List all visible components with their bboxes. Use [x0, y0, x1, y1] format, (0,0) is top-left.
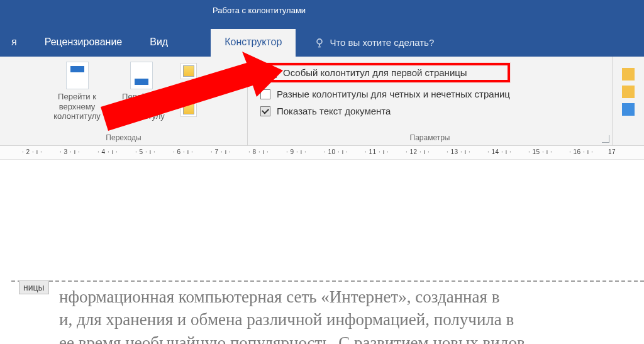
tab-view[interactable]: Вид	[136, 29, 182, 57]
goto-header-label: Перейти к верхнему колонтитулу	[47, 92, 108, 121]
goto-header-button[interactable]: Перейти к верхнему колонтитулу	[47, 59, 108, 121]
link-previous-button[interactable]	[180, 101, 197, 117]
checkbox-icon	[260, 106, 270, 116]
tell-me-search[interactable]: Что вы хотите сделать?	[296, 37, 443, 57]
nav-small-buttons	[175, 59, 201, 117]
horizontal-ruler[interactable]: · 2 · ı · · 3 · ı · · 4 · ı · · 5 · ı · …	[0, 146, 644, 160]
lightbulb-icon	[314, 38, 325, 48]
tab-partial-left[interactable]: я	[11, 29, 31, 57]
group-transitions-label: Переходы	[4, 131, 243, 144]
header-tag[interactable]: ницы	[19, 280, 49, 294]
position-from-top-button[interactable]	[622, 68, 635, 80]
header-icon	[66, 62, 89, 89]
next-section-button[interactable]	[180, 82, 197, 98]
checkbox-icon	[260, 89, 270, 99]
page[interactable]: ницы нформационная компьютерная сеть «Ин…	[11, 190, 644, 344]
option-show-document-text-label: Показать текст документа	[277, 106, 391, 116]
header-boundary-line	[11, 280, 644, 282]
tab-review[interactable]: Рецензирование	[31, 29, 136, 57]
option-different-odd-even-label: Разные колонтитулы для четных и нечетных…	[277, 89, 510, 99]
group-parameters-label: Параметры	[252, 131, 608, 144]
insert-alignment-tab-button[interactable]	[622, 103, 635, 116]
option-different-odd-even[interactable]: Разные колонтитулы для четных и нечетных…	[260, 89, 510, 99]
document-canvas: ницы нформационная компьютерная сеть «Ин…	[0, 160, 644, 344]
prev-section-button[interactable]	[180, 63, 197, 79]
checkbox-icon	[267, 68, 277, 78]
contextual-title-bar: Работа с колонтитулами	[0, 0, 644, 20]
tell-me-label: Что вы хотите сделать?	[330, 37, 434, 48]
contextual-title: Работа с колонтитулами	[213, 6, 306, 15]
body-line-1: нформационная компьютерная сеть «Интерне…	[59, 286, 625, 308]
option-different-first-page[interactable]: Особый колонтитул для первой страницы	[260, 63, 510, 82]
option-different-first-page-label: Особый колонтитул для первой страницы	[283, 67, 467, 78]
body-line-3: ее время необычайную популярность. С раз…	[59, 331, 625, 344]
svg-point-0	[317, 39, 322, 44]
group-extras	[613, 57, 644, 145]
body-line-2: и, для хранения и обмена различной инфор…	[59, 308, 625, 331]
goto-footer-button[interactable]: Перейти к нижнему колонтитулу	[111, 59, 172, 121]
group-parameters: Особый колонтитул для первой страницы Ра…	[248, 57, 613, 145]
dialog-launcher-icon[interactable]	[602, 135, 609, 143]
body-text: нформационная компьютерная сеть «Интерне…	[59, 286, 625, 344]
group-transitions: Перейти к верхнему колонтитулу Перейти к…	[0, 57, 248, 145]
goto-footer-label: Перейти к нижнему колонтитулу	[111, 92, 172, 121]
ribbon-tabs: я Рецензирование Вид Конструктор Что вы …	[0, 20, 644, 57]
tab-designer-active[interactable]: Конструктор	[211, 29, 296, 57]
position-from-bottom-button[interactable]	[622, 86, 635, 98]
footer-icon	[130, 62, 153, 89]
option-show-document-text[interactable]: Показать текст документа	[260, 106, 510, 116]
ribbon-panel: Перейти к верхнему колонтитулу Перейти к…	[0, 57, 644, 146]
